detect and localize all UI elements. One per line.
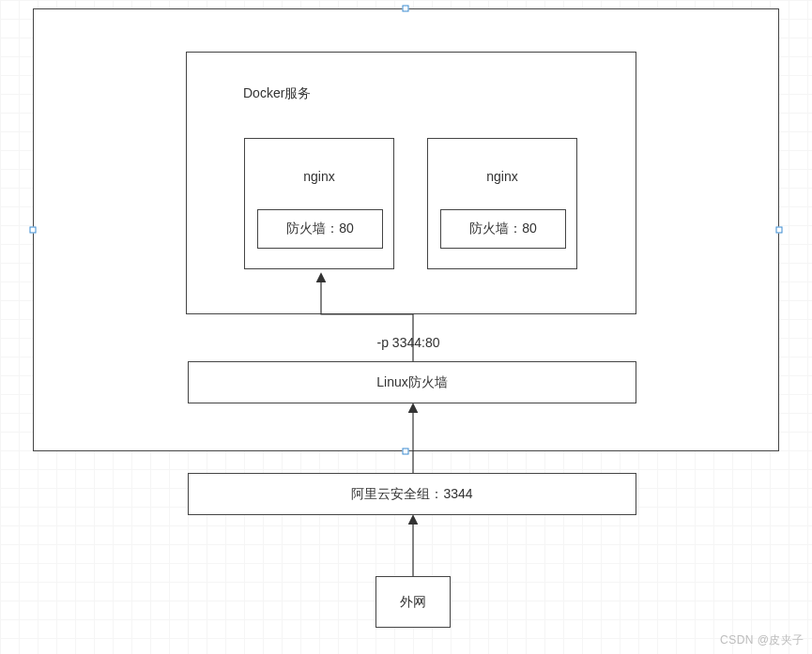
handle-left[interactable] xyxy=(30,227,37,234)
nginx-left-title: nginx xyxy=(245,169,393,184)
handle-right[interactable] xyxy=(776,227,783,234)
nginx-right-firewall-label: 防火墙：80 xyxy=(469,221,537,237)
security-group-box[interactable]: 阿里云安全组：3344 xyxy=(188,473,636,515)
external-network-box[interactable]: 外网 xyxy=(375,576,451,628)
nginx-left-firewall-box[interactable]: 防火墙：80 xyxy=(257,209,383,249)
port-mapping-label: -p 3344:80 xyxy=(324,335,493,350)
nginx-container-right[interactable]: nginx 防火墙：80 xyxy=(427,138,577,269)
handle-top[interactable] xyxy=(403,6,409,12)
nginx-right-firewall-box[interactable]: 防火墙：80 xyxy=(440,209,566,249)
docker-service-title: Docker服务 xyxy=(243,85,311,102)
nginx-right-title: nginx xyxy=(428,169,576,184)
linux-firewall-box[interactable]: Linux防火墙 xyxy=(188,361,636,403)
diagram-canvas: Docker服务 nginx 防火墙：80 nginx 防火墙：80 -p 33… xyxy=(0,0,812,654)
external-network-label: 外网 xyxy=(400,594,426,611)
handle-bottom[interactable] xyxy=(403,449,409,455)
nginx-left-firewall-label: 防火墙：80 xyxy=(286,221,354,237)
security-group-label: 阿里云安全组：3344 xyxy=(351,486,472,503)
nginx-container-left[interactable]: nginx 防火墙：80 xyxy=(244,138,394,269)
linux-firewall-label: Linux防火墙 xyxy=(376,374,447,391)
watermark: CSDN @皮夹子 xyxy=(720,632,804,648)
